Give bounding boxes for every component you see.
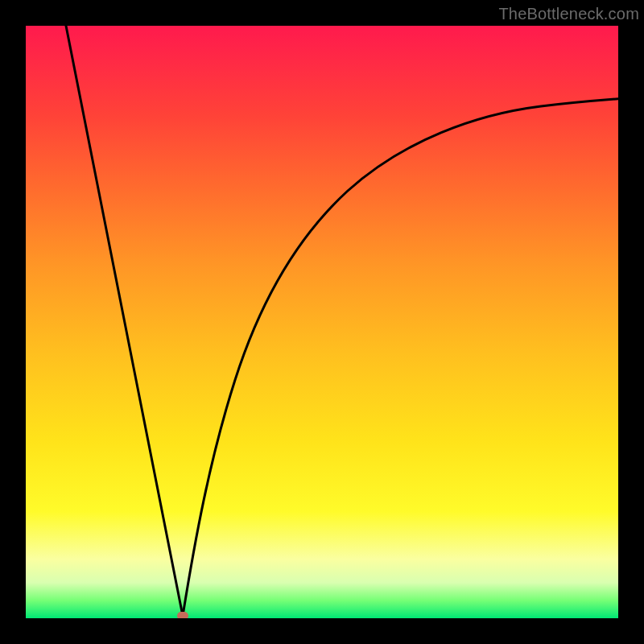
bottleneck-curve — [26, 26, 618, 618]
chart-frame: TheBottleneck.com — [0, 0, 644, 644]
plot-area — [26, 26, 618, 618]
curve-right — [183, 98, 618, 616]
optimal-marker — [177, 612, 188, 618]
watermark: TheBottleneck.com — [498, 5, 639, 23]
curve-left — [64, 26, 183, 616]
